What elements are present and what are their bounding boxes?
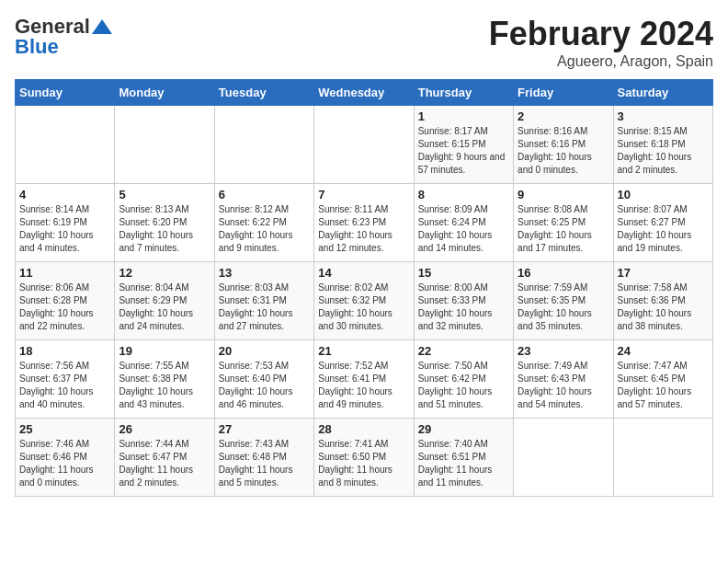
calendar-cell: 10Sunrise: 8:07 AM Sunset: 6:27 PM Dayli… bbox=[613, 184, 712, 262]
day-detail: Sunrise: 7:53 AM Sunset: 6:40 PM Dayligh… bbox=[219, 360, 310, 411]
day-detail: Sunrise: 7:47 AM Sunset: 6:45 PM Dayligh… bbox=[618, 360, 709, 411]
calendar-cell: 21Sunrise: 7:52 AM Sunset: 6:41 PM Dayli… bbox=[314, 340, 414, 419]
calendar-cell bbox=[115, 106, 214, 184]
calendar-cell: 15Sunrise: 8:00 AM Sunset: 6:33 PM Dayli… bbox=[414, 262, 513, 340]
calendar-cell: 11Sunrise: 8:06 AM Sunset: 6:28 PM Dayli… bbox=[16, 262, 115, 340]
day-detail: Sunrise: 8:06 AM Sunset: 6:28 PM Dayligh… bbox=[19, 282, 110, 333]
calendar-cell: 5Sunrise: 8:13 AM Sunset: 6:20 PM Daylig… bbox=[115, 184, 214, 262]
day-detail: Sunrise: 8:14 AM Sunset: 6:19 PM Dayligh… bbox=[19, 203, 110, 255]
page-header: General Blue February 2024 Agueero, Arag… bbox=[15, 15, 713, 70]
calendar-cell: 4Sunrise: 8:14 AM Sunset: 6:19 PM Daylig… bbox=[16, 184, 115, 262]
calendar-cell: 28Sunrise: 7:41 AM Sunset: 6:50 PM Dayli… bbox=[314, 419, 414, 497]
day-number: 7 bbox=[318, 188, 409, 201]
day-number: 3 bbox=[618, 109, 709, 123]
day-number: 13 bbox=[219, 266, 310, 280]
calendar-cell bbox=[514, 419, 613, 497]
weekday-header-wednesday: Wednesday bbox=[314, 80, 414, 106]
day-detail: Sunrise: 8:07 AM Sunset: 6:27 PM Dayligh… bbox=[618, 203, 709, 255]
day-number: 25 bbox=[19, 422, 110, 436]
day-detail: Sunrise: 8:08 AM Sunset: 6:25 PM Dayligh… bbox=[518, 203, 609, 255]
week-row-2: 11Sunrise: 8:06 AM Sunset: 6:28 PM Dayli… bbox=[16, 262, 713, 340]
calendar-cell: 12Sunrise: 8:04 AM Sunset: 6:29 PM Dayli… bbox=[115, 262, 214, 340]
calendar-cell: 13Sunrise: 8:03 AM Sunset: 6:31 PM Dayli… bbox=[214, 262, 313, 340]
day-detail: Sunrise: 7:56 AM Sunset: 6:37 PM Dayligh… bbox=[19, 360, 110, 411]
day-detail: Sunrise: 7:50 AM Sunset: 6:42 PM Dayligh… bbox=[418, 360, 509, 411]
day-detail: Sunrise: 8:09 AM Sunset: 6:24 PM Dayligh… bbox=[418, 203, 509, 255]
calendar-cell bbox=[16, 106, 115, 184]
week-row-3: 18Sunrise: 7:56 AM Sunset: 6:37 PM Dayli… bbox=[16, 340, 713, 419]
day-number: 4 bbox=[19, 188, 110, 201]
day-detail: Sunrise: 8:15 AM Sunset: 6:18 PM Dayligh… bbox=[618, 125, 709, 177]
calendar-cell: 23Sunrise: 7:49 AM Sunset: 6:43 PM Dayli… bbox=[514, 340, 613, 419]
logo-icon bbox=[92, 19, 112, 34]
calendar-cell bbox=[214, 106, 313, 184]
day-detail: Sunrise: 7:46 AM Sunset: 6:46 PM Dayligh… bbox=[19, 438, 110, 489]
calendar-cell: 9Sunrise: 8:08 AM Sunset: 6:25 PM Daylig… bbox=[514, 184, 613, 262]
calendar-cell bbox=[613, 419, 712, 497]
page-title: February 2024 bbox=[489, 15, 713, 53]
calendar-cell: 14Sunrise: 8:02 AM Sunset: 6:32 PM Dayli… bbox=[314, 262, 414, 340]
day-number: 29 bbox=[418, 422, 509, 436]
day-detail: Sunrise: 7:52 AM Sunset: 6:41 PM Dayligh… bbox=[318, 360, 409, 411]
calendar-cell: 1Sunrise: 8:17 AM Sunset: 6:15 PM Daylig… bbox=[414, 106, 513, 184]
day-detail: Sunrise: 7:55 AM Sunset: 6:38 PM Dayligh… bbox=[119, 360, 210, 411]
day-detail: Sunrise: 8:12 AM Sunset: 6:22 PM Dayligh… bbox=[219, 203, 310, 255]
calendar-cell: 29Sunrise: 7:40 AM Sunset: 6:51 PM Dayli… bbox=[414, 419, 513, 497]
day-number: 18 bbox=[19, 344, 110, 358]
week-row-0: 1Sunrise: 8:17 AM Sunset: 6:15 PM Daylig… bbox=[16, 106, 713, 184]
day-number: 11 bbox=[19, 266, 110, 280]
calendar-table: SundayMondayTuesdayWednesdayThursdayFrid… bbox=[15, 79, 713, 497]
day-number: 6 bbox=[219, 188, 310, 201]
weekday-header-friday: Friday bbox=[514, 80, 613, 106]
calendar-cell: 24Sunrise: 7:47 AM Sunset: 6:45 PM Dayli… bbox=[613, 340, 712, 419]
calendar-cell: 2Sunrise: 8:16 AM Sunset: 6:16 PM Daylig… bbox=[514, 106, 613, 184]
calendar-cell: 20Sunrise: 7:53 AM Sunset: 6:40 PM Dayli… bbox=[214, 340, 313, 419]
weekday-header-row: SundayMondayTuesdayWednesdayThursdayFrid… bbox=[16, 80, 713, 106]
title-block: February 2024 Agueero, Aragon, Spain bbox=[489, 15, 713, 70]
calendar-cell: 8Sunrise: 8:09 AM Sunset: 6:24 PM Daylig… bbox=[414, 184, 513, 262]
weekday-header-thursday: Thursday bbox=[414, 80, 513, 106]
calendar-cell: 27Sunrise: 7:43 AM Sunset: 6:48 PM Dayli… bbox=[214, 419, 313, 497]
calendar-cell: 7Sunrise: 8:11 AM Sunset: 6:23 PM Daylig… bbox=[314, 184, 414, 262]
day-detail: Sunrise: 8:17 AM Sunset: 6:15 PM Dayligh… bbox=[418, 125, 509, 177]
calendar-cell: 3Sunrise: 8:15 AM Sunset: 6:18 PM Daylig… bbox=[613, 106, 712, 184]
calendar-cell: 19Sunrise: 7:55 AM Sunset: 6:38 PM Dayli… bbox=[115, 340, 214, 419]
day-detail: Sunrise: 8:03 AM Sunset: 6:31 PM Dayligh… bbox=[219, 282, 310, 333]
weekday-header-tuesday: Tuesday bbox=[214, 80, 313, 106]
day-detail: Sunrise: 7:43 AM Sunset: 6:48 PM Dayligh… bbox=[219, 438, 310, 489]
day-detail: Sunrise: 8:00 AM Sunset: 6:33 PM Dayligh… bbox=[418, 282, 509, 333]
calendar-cell: 17Sunrise: 7:58 AM Sunset: 6:36 PM Dayli… bbox=[613, 262, 712, 340]
day-number: 15 bbox=[418, 266, 509, 280]
weekday-header-monday: Monday bbox=[115, 80, 214, 106]
weekday-header-saturday: Saturday bbox=[613, 80, 712, 106]
day-detail: Sunrise: 8:16 AM Sunset: 6:16 PM Dayligh… bbox=[518, 125, 609, 177]
day-detail: Sunrise: 7:41 AM Sunset: 6:50 PM Dayligh… bbox=[318, 438, 409, 489]
svg-marker-0 bbox=[92, 19, 112, 34]
day-detail: Sunrise: 7:58 AM Sunset: 6:36 PM Dayligh… bbox=[618, 282, 709, 333]
day-number: 19 bbox=[119, 344, 210, 358]
day-detail: Sunrise: 8:11 AM Sunset: 6:23 PM Dayligh… bbox=[318, 203, 409, 255]
day-number: 20 bbox=[219, 344, 310, 358]
day-number: 22 bbox=[418, 344, 509, 358]
calendar-cell: 6Sunrise: 8:12 AM Sunset: 6:22 PM Daylig… bbox=[214, 184, 313, 262]
day-number: 2 bbox=[518, 109, 609, 123]
day-number: 5 bbox=[119, 188, 210, 201]
day-number: 24 bbox=[618, 344, 709, 358]
calendar-cell: 22Sunrise: 7:50 AM Sunset: 6:42 PM Dayli… bbox=[414, 340, 513, 419]
day-number: 12 bbox=[119, 266, 210, 280]
day-number: 8 bbox=[418, 188, 509, 201]
day-detail: Sunrise: 7:44 AM Sunset: 6:47 PM Dayligh… bbox=[119, 438, 210, 489]
calendar-cell: 16Sunrise: 7:59 AM Sunset: 6:35 PM Dayli… bbox=[514, 262, 613, 340]
day-number: 9 bbox=[518, 188, 609, 201]
calendar-cell: 18Sunrise: 7:56 AM Sunset: 6:37 PM Dayli… bbox=[16, 340, 115, 419]
day-number: 16 bbox=[518, 266, 609, 280]
week-row-1: 4Sunrise: 8:14 AM Sunset: 6:19 PM Daylig… bbox=[16, 184, 713, 262]
day-number: 14 bbox=[318, 266, 409, 280]
day-detail: Sunrise: 8:13 AM Sunset: 6:20 PM Dayligh… bbox=[119, 203, 210, 255]
calendar-cell: 26Sunrise: 7:44 AM Sunset: 6:47 PM Dayli… bbox=[115, 419, 214, 497]
logo-blue: Blue bbox=[15, 35, 59, 59]
week-row-4: 25Sunrise: 7:46 AM Sunset: 6:46 PM Dayli… bbox=[16, 419, 713, 497]
day-number: 26 bbox=[119, 422, 210, 436]
day-number: 17 bbox=[618, 266, 709, 280]
weekday-header-sunday: Sunday bbox=[16, 80, 115, 106]
